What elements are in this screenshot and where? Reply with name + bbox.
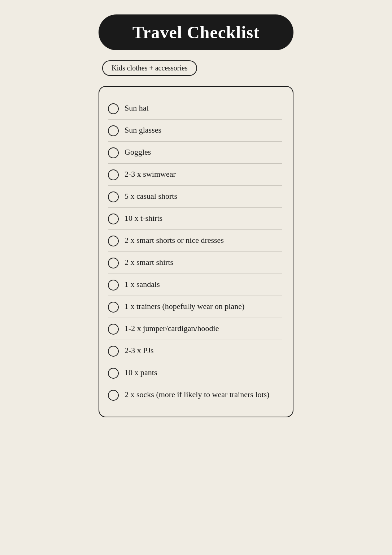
item-label: 1-2 x jumper/cardigan/hoodie [125, 323, 282, 334]
category-badge: Kids clothes + accessories [102, 60, 197, 76]
checkbox-icon[interactable] [108, 147, 119, 158]
item-label: 1 x trainers (hopefully wear on plane) [125, 301, 282, 312]
list-item: 2 x smart shorts or nice dresses [108, 230, 282, 252]
checkbox-icon[interactable] [108, 258, 119, 268]
category-label: Kids clothes + accessories [112, 64, 188, 72]
item-label: 2-3 x PJs [125, 345, 282, 356]
title-badge: Travel Checklist [99, 14, 293, 50]
checkbox-icon[interactable] [108, 214, 119, 224]
item-label: 1 x sandals [125, 279, 282, 290]
item-label: 10 x t-shirts [125, 213, 282, 224]
item-label: 2-3 x swimwear [125, 169, 282, 180]
checkbox-icon[interactable] [108, 302, 119, 313]
checkbox-icon[interactable] [108, 169, 119, 180]
list-item: 1 x trainers (hopefully wear on plane) [108, 296, 282, 318]
item-label: Sun hat [125, 103, 282, 114]
list-item: Sun hat [108, 98, 282, 120]
item-label: 2 x smart shorts or nice dresses [125, 235, 282, 246]
checkbox-icon[interactable] [108, 192, 119, 202]
item-label: 2 x smart shirts [125, 257, 282, 268]
list-item: 2 x smart shirts [108, 252, 282, 274]
checkbox-icon[interactable] [108, 324, 119, 335]
list-item: 2 x socks (more if likely to wear traine… [108, 384, 282, 406]
item-label: Sun glasses [125, 125, 282, 136]
list-item: 10 x t-shirts [108, 208, 282, 230]
checkbox-icon[interactable] [108, 280, 119, 291]
list-item: 5 x casual shorts [108, 186, 282, 208]
list-item: 1-2 x jumper/cardigan/hoodie [108, 318, 282, 340]
item-label: 2 x socks (more if likely to wear traine… [125, 389, 282, 400]
page: Travel Checklist Kids clothes + accessor… [99, 14, 293, 417]
checkbox-icon[interactable] [108, 390, 119, 401]
item-label: 10 x pants [125, 367, 282, 378]
checkbox-icon[interactable] [108, 346, 119, 357]
checkbox-icon[interactable] [108, 103, 119, 114]
list-item: 2-3 x PJs [108, 340, 282, 362]
item-label: 5 x casual shorts [125, 191, 282, 202]
checkbox-icon[interactable] [108, 368, 119, 379]
list-item: 1 x sandals [108, 274, 282, 296]
item-label: Goggles [125, 147, 282, 158]
checklist-container: Sun hatSun glassesGoggles2-3 x swimwear5… [99, 86, 293, 417]
list-item: Goggles [108, 142, 282, 164]
list-item: 10 x pants [108, 362, 282, 384]
page-title: Travel Checklist [132, 22, 260, 42]
checkbox-icon[interactable] [108, 236, 119, 246]
list-item: Sun glasses [108, 120, 282, 142]
list-item: 2-3 x swimwear [108, 164, 282, 186]
checkbox-icon[interactable] [108, 125, 119, 136]
